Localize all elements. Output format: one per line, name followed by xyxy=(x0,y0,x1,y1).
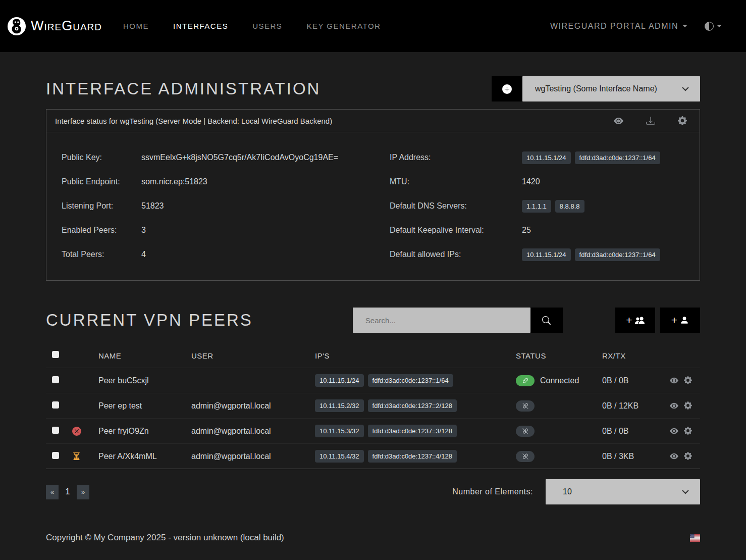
row-checkbox[interactable] xyxy=(52,376,59,383)
field-label: Default DNS Servers: xyxy=(390,201,522,211)
download-config-icon[interactable] xyxy=(646,116,655,126)
peer-user: admin@wgportal.local xyxy=(191,452,315,461)
view-peer-eye-icon[interactable] xyxy=(670,452,678,461)
peer-name: Peer fryiO9Zn xyxy=(98,427,191,436)
pagination: « 1 » xyxy=(46,485,89,499)
chevron-down-icon xyxy=(717,25,722,27)
search-button[interactable] xyxy=(530,308,563,333)
pagination-next-button[interactable]: » xyxy=(77,485,89,499)
field-label: IP Address: xyxy=(390,153,522,162)
interface-select-value: wgTesting (Some Interface Name) xyxy=(535,84,657,93)
edit-peer-gear-icon[interactable] xyxy=(684,452,692,461)
person-icon xyxy=(680,316,689,325)
view-peer-eye-icon[interactable] xyxy=(670,401,678,410)
top-navbar: WireGuard HOME INTERFACES USERS KEY GENE… xyxy=(0,0,746,52)
peer-ip-badge: 10.11.15.4/32 xyxy=(315,450,364,463)
row-checkbox[interactable] xyxy=(52,427,59,434)
interface-status-card: Interface status for wgTesting (Server M… xyxy=(46,109,700,281)
nav-item-key-generator[interactable]: KEY GENERATOR xyxy=(306,22,381,30)
column-header-status: STATUS xyxy=(516,351,602,360)
row-checkbox[interactable] xyxy=(52,452,59,459)
peer-name: Peer buC5cxjl xyxy=(98,376,191,385)
field-label: Default Keepalive Interval: xyxy=(390,226,522,235)
page-title: INTERFACE ADMINISTRATION xyxy=(46,79,321,98)
interface-select[interactable]: wgTesting (Some Interface Name) xyxy=(522,76,700,101)
language-us-flag-icon[interactable] xyxy=(690,534,700,542)
add-peer-button[interactable]: + xyxy=(660,308,700,333)
total-peers-value: 4 xyxy=(141,250,146,259)
edit-peer-gear-icon[interactable] xyxy=(684,376,692,385)
peers-section-title: CURRENT VPN PEERS xyxy=(46,311,253,330)
dns-badge: 8.8.8.8 xyxy=(555,200,584,213)
chevron-down-icon xyxy=(682,490,689,494)
view-config-eye-icon[interactable] xyxy=(614,116,623,126)
allowed-ip-badge: fdfd:d3ad:c0de:1237::1/64 xyxy=(575,248,660,261)
rxtx-value: 0B / 0B xyxy=(602,427,662,436)
field-label: Default allowed IPs: xyxy=(390,250,522,259)
view-peer-eye-icon[interactable] xyxy=(670,376,678,385)
nav-item-home[interactable]: HOME xyxy=(123,22,149,30)
edit-peer-gear-icon[interactable] xyxy=(684,401,692,410)
nav-item-interfaces[interactable]: INTERFACES xyxy=(173,22,228,30)
peer-ip-badge: fdfd:d3ad:c0de:1237::3/128 xyxy=(368,425,457,437)
rxtx-value: 0B / 3KB xyxy=(602,452,662,461)
view-peer-eye-icon[interactable] xyxy=(670,427,678,435)
admin-user-menu-label: WIREGUARD PORTAL ADMIN xyxy=(550,22,678,31)
connected-link-icon xyxy=(516,375,535,386)
dns-badge: 1.1.1.1 xyxy=(522,200,551,213)
brand-logo[interactable]: WireGuard xyxy=(7,17,102,36)
table-row: Peer fryiO9Zn admin@wgportal.local 10.11… xyxy=(46,418,700,443)
table-row: Peer buC5cxjl 10.11.15.1/24 fdfd:d3ad:c0… xyxy=(46,368,700,393)
brand-name: WireGuard xyxy=(31,18,102,34)
peer-ip-badge: 10.11.15.3/32 xyxy=(315,425,364,437)
admin-user-menu[interactable]: WIREGUARD PORTAL ADMIN xyxy=(550,22,687,31)
rxtx-value: 0B / 0B xyxy=(602,376,662,385)
peer-user: admin@wgportal.local xyxy=(191,401,315,411)
page-size-select[interactable]: 10 xyxy=(546,479,700,504)
peer-ip-badge: 10.11.15.2/32 xyxy=(315,399,364,412)
add-interface-button[interactable] xyxy=(492,76,522,101)
peer-expired-x-circle-icon xyxy=(72,427,98,436)
peer-ip-badge: 10.11.15.1/24 xyxy=(315,374,364,387)
row-checkbox[interactable] xyxy=(52,401,59,409)
pagination-prev-button[interactable]: « xyxy=(46,485,59,499)
theme-toggle-menu[interactable] xyxy=(705,22,722,31)
column-header-ips: IP'S xyxy=(315,351,516,360)
field-label: MTU: xyxy=(390,177,522,186)
allowed-ip-badge: 10.11.15.1/24 xyxy=(522,248,571,261)
page-size-value: 10 xyxy=(563,487,572,496)
column-header-user: USER xyxy=(191,351,315,360)
peer-user: admin@wgportal.local xyxy=(191,427,315,436)
search-icon xyxy=(542,316,551,325)
peer-name: Peer ep test xyxy=(98,401,191,411)
peer-search-input[interactable] xyxy=(353,308,530,333)
disconnected-link-slash-icon xyxy=(516,400,535,412)
field-label: Total Peers: xyxy=(62,250,141,259)
disconnected-link-slash-icon xyxy=(516,426,535,437)
column-header-rxtx: RX/TX xyxy=(602,351,662,360)
table-row: Peer ep test admin@wgportal.local 10.11.… xyxy=(46,393,700,418)
field-label: Enabled Peers: xyxy=(62,226,141,235)
peer-ip-badge: fdfd:d3ad:c0de:1237::2/128 xyxy=(368,399,457,412)
select-all-checkbox[interactable] xyxy=(52,351,59,358)
chevron-down-icon xyxy=(682,25,687,27)
wireguard-dragon-icon xyxy=(7,17,26,36)
interface-settings-gear-icon[interactable] xyxy=(678,116,687,126)
add-multiple-peers-button[interactable]: + xyxy=(615,308,655,333)
plus-circle-icon xyxy=(502,84,512,94)
peers-table: NAME USER IP'S STATUS RX/TX Peer buC5cxj… xyxy=(46,343,700,469)
people-icon xyxy=(635,316,645,325)
peer-ip-badge: fdfd:d3ad:c0de:1237::4/128 xyxy=(368,450,457,463)
plus-sign: + xyxy=(626,314,632,326)
public-endpoint-value: som.nicr.ep:51823 xyxy=(141,177,207,186)
page-size-label: Number of Elements: xyxy=(452,487,533,496)
nav-item-users[interactable]: USERS xyxy=(252,22,282,30)
listening-port-value: 51823 xyxy=(141,201,164,211)
edit-peer-gear-icon[interactable] xyxy=(684,427,692,435)
peer-name: Peer A/Xk4mML xyxy=(98,452,191,461)
ip-badge: 10.11.15.1/24 xyxy=(522,151,571,164)
table-row: Peer A/Xk4mML admin@wgportal.local 10.11… xyxy=(46,443,700,469)
status-label: Connected xyxy=(540,376,579,385)
main-nav: HOME INTERFACES USERS KEY GENERATOR xyxy=(123,22,381,30)
mtu-value: 1420 xyxy=(522,177,540,186)
